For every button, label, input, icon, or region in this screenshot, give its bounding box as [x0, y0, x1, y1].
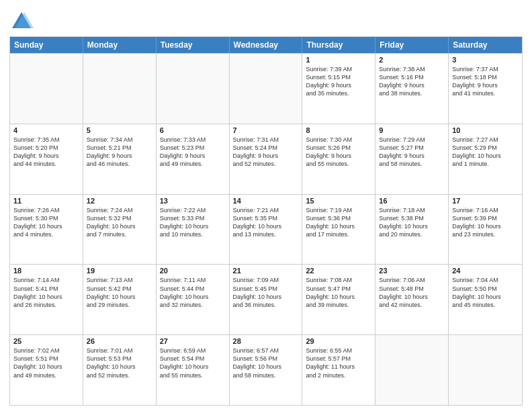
day-info: Sunrise: 7:19 AM Sunset: 5:36 PM Dayligh…: [306, 206, 371, 239]
cal-cell-day-20: 20Sunrise: 7:11 AM Sunset: 5:44 PM Dayli…: [157, 265, 230, 334]
day-info: Sunrise: 7:37 AM Sunset: 5:18 PM Dayligh…: [452, 65, 519, 98]
day-info: Sunrise: 6:59 AM Sunset: 5:54 PM Dayligh…: [160, 347, 226, 379]
day-info: Sunrise: 7:22 AM Sunset: 5:33 PM Dayligh…: [160, 206, 226, 239]
cal-cell-day-11: 11Sunrise: 7:26 AM Sunset: 5:30 PM Dayli…: [10, 195, 83, 265]
day-info: Sunrise: 7:16 AM Sunset: 5:39 PM Dayligh…: [452, 206, 519, 239]
cal-cell-day-29: 29Sunrise: 6:55 AM Sunset: 5:57 PM Dayli…: [302, 335, 375, 405]
day-number: 11: [13, 197, 79, 205]
cal-cell-day-22: 22Sunrise: 7:08 AM Sunset: 5:47 PM Dayli…: [302, 265, 375, 334]
day-info: Sunrise: 7:11 AM Sunset: 5:44 PM Dayligh…: [160, 276, 226, 309]
cal-cell-day-10: 10Sunrise: 7:27 AM Sunset: 5:29 PM Dayli…: [449, 124, 522, 194]
cal-header-wednesday: Wednesday: [230, 37, 303, 53]
day-number: 24: [452, 267, 519, 275]
header: [9, 7, 523, 34]
cal-cell-day-6: 6Sunrise: 7:33 AM Sunset: 5:23 PM Daylig…: [157, 124, 230, 194]
day-number: 5: [87, 126, 152, 134]
day-number: 14: [233, 197, 299, 205]
day-number: 2: [379, 56, 445, 64]
day-info: Sunrise: 7:39 AM Sunset: 5:15 PM Dayligh…: [306, 65, 371, 98]
cal-cell-day-24: 24Sunrise: 7:04 AM Sunset: 5:50 PM Dayli…: [449, 265, 522, 334]
day-info: Sunrise: 7:01 AM Sunset: 5:53 PM Dayligh…: [87, 347, 152, 379]
day-number: 13: [160, 197, 226, 205]
day-number: 12: [87, 197, 152, 205]
cal-row-0: 1Sunrise: 7:39 AM Sunset: 5:15 PM Daylig…: [10, 53, 522, 124]
day-info: Sunrise: 7:13 AM Sunset: 5:42 PM Dayligh…: [87, 276, 152, 309]
day-number: 22: [306, 267, 371, 275]
day-number: 19: [87, 267, 152, 275]
cal-cell-day-16: 16Sunrise: 7:18 AM Sunset: 5:38 PM Dayli…: [375, 195, 449, 265]
cal-cell-day-28: 28Sunrise: 6:57 AM Sunset: 5:56 PM Dayli…: [230, 335, 303, 405]
cal-cell-day-21: 21Sunrise: 7:09 AM Sunset: 5:45 PM Dayli…: [230, 265, 303, 334]
cal-cell-day-25: 25Sunrise: 7:02 AM Sunset: 5:51 PM Dayli…: [10, 335, 83, 405]
day-info: Sunrise: 7:38 AM Sunset: 5:16 PM Dayligh…: [379, 65, 445, 98]
cal-cell-day-2: 2Sunrise: 7:38 AM Sunset: 5:16 PM Daylig…: [375, 54, 449, 124]
logo: [9, 9, 36, 34]
cal-cell-day-12: 12Sunrise: 7:24 AM Sunset: 5:32 PM Dayli…: [83, 195, 157, 265]
day-number: 29: [306, 337, 371, 345]
day-info: Sunrise: 7:29 AM Sunset: 5:27 PM Dayligh…: [379, 136, 445, 169]
day-info: Sunrise: 7:26 AM Sunset: 5:30 PM Dayligh…: [13, 206, 79, 239]
cal-cell-empty: [83, 54, 157, 124]
cal-cell-day-3: 3Sunrise: 7:37 AM Sunset: 5:18 PM Daylig…: [449, 54, 522, 124]
day-info: Sunrise: 7:18 AM Sunset: 5:38 PM Dayligh…: [379, 206, 445, 239]
day-number: 7: [233, 126, 299, 134]
calendar-body: 1Sunrise: 7:39 AM Sunset: 5:15 PM Daylig…: [10, 53, 522, 405]
cal-header-tuesday: Tuesday: [157, 37, 230, 53]
cal-row-1: 4Sunrise: 7:35 AM Sunset: 5:20 PM Daylig…: [10, 124, 522, 194]
day-number: 1: [306, 56, 371, 64]
cal-row-3: 18Sunrise: 7:14 AM Sunset: 5:41 PM Dayli…: [10, 264, 522, 334]
cal-cell-day-5: 5Sunrise: 7:34 AM Sunset: 5:21 PM Daylig…: [83, 124, 157, 194]
cal-cell-empty: [230, 54, 303, 124]
day-number: 23: [379, 267, 445, 275]
day-number: 6: [160, 126, 226, 134]
day-info: Sunrise: 7:04 AM Sunset: 5:50 PM Dayligh…: [452, 276, 519, 309]
cal-cell-day-26: 26Sunrise: 7:01 AM Sunset: 5:53 PM Dayli…: [83, 335, 157, 405]
day-info: Sunrise: 7:30 AM Sunset: 5:26 PM Dayligh…: [306, 136, 371, 169]
day-info: Sunrise: 7:27 AM Sunset: 5:29 PM Dayligh…: [452, 136, 519, 169]
cal-cell-day-9: 9Sunrise: 7:29 AM Sunset: 5:27 PM Daylig…: [375, 124, 449, 194]
cal-cell-empty: [449, 335, 522, 405]
day-number: 26: [87, 337, 152, 345]
cal-cell-day-14: 14Sunrise: 7:21 AM Sunset: 5:35 PM Dayli…: [230, 195, 303, 265]
cal-cell-day-27: 27Sunrise: 6:59 AM Sunset: 5:54 PM Dayli…: [157, 335, 230, 405]
cal-header-saturday: Saturday: [449, 37, 522, 53]
day-info: Sunrise: 7:06 AM Sunset: 5:48 PM Dayligh…: [379, 276, 445, 309]
cal-cell-day-15: 15Sunrise: 7:19 AM Sunset: 5:36 PM Dayli…: [302, 195, 375, 265]
cal-cell-day-8: 8Sunrise: 7:30 AM Sunset: 5:26 PM Daylig…: [302, 124, 375, 194]
day-number: 27: [160, 337, 226, 345]
day-number: 25: [13, 337, 79, 345]
day-number: 8: [306, 126, 371, 134]
day-info: Sunrise: 7:21 AM Sunset: 5:35 PM Dayligh…: [233, 206, 299, 239]
cal-cell-day-18: 18Sunrise: 7:14 AM Sunset: 5:41 PM Dayli…: [10, 265, 83, 334]
day-info: Sunrise: 7:09 AM Sunset: 5:45 PM Dayligh…: [233, 276, 299, 309]
day-info: Sunrise: 7:08 AM Sunset: 5:47 PM Dayligh…: [306, 276, 371, 309]
calendar: SundayMondayTuesdayWednesdayThursdayFrid…: [9, 36, 523, 406]
day-number: 17: [452, 197, 519, 205]
calendar-header-row: SundayMondayTuesdayWednesdayThursdayFrid…: [10, 37, 522, 53]
day-info: Sunrise: 7:35 AM Sunset: 5:20 PM Dayligh…: [13, 136, 79, 169]
cal-header-friday: Friday: [375, 37, 449, 53]
cal-cell-day-23: 23Sunrise: 7:06 AM Sunset: 5:48 PM Dayli…: [375, 265, 449, 334]
cal-row-4: 25Sunrise: 7:02 AM Sunset: 5:51 PM Dayli…: [10, 334, 522, 405]
day-number: 21: [233, 267, 299, 275]
day-info: Sunrise: 6:55 AM Sunset: 5:57 PM Dayligh…: [306, 347, 371, 379]
logo-icon: [9, 9, 34, 34]
day-number: 9: [379, 126, 445, 134]
day-number: 15: [306, 197, 371, 205]
day-number: 28: [233, 337, 299, 345]
day-info: Sunrise: 7:24 AM Sunset: 5:32 PM Dayligh…: [87, 206, 152, 239]
day-number: 3: [452, 56, 519, 64]
day-number: 4: [13, 126, 79, 134]
cal-header-sunday: Sunday: [10, 37, 83, 53]
cal-cell-day-1: 1Sunrise: 7:39 AM Sunset: 5:15 PM Daylig…: [302, 54, 375, 124]
cal-cell-day-19: 19Sunrise: 7:13 AM Sunset: 5:42 PM Dayli…: [83, 265, 157, 334]
day-number: 10: [452, 126, 519, 134]
page: SundayMondayTuesdayWednesdayThursdayFrid…: [0, 0, 532, 411]
cal-cell-empty: [157, 54, 230, 124]
day-info: Sunrise: 6:57 AM Sunset: 5:56 PM Dayligh…: [233, 347, 299, 379]
day-info: Sunrise: 7:33 AM Sunset: 5:23 PM Dayligh…: [160, 136, 226, 169]
cal-cell-day-13: 13Sunrise: 7:22 AM Sunset: 5:33 PM Dayli…: [157, 195, 230, 265]
cal-cell-empty: [375, 335, 449, 405]
cal-cell-day-17: 17Sunrise: 7:16 AM Sunset: 5:39 PM Dayli…: [449, 195, 522, 265]
day-info: Sunrise: 7:34 AM Sunset: 5:21 PM Dayligh…: [87, 136, 152, 169]
